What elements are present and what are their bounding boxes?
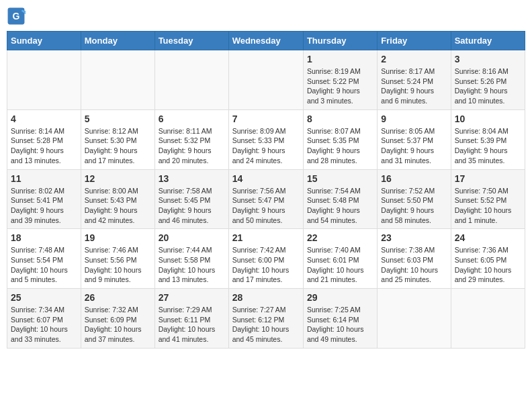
day-info: Sunrise: 7:32 AMSunset: 6:09 PMDaylight:… xyxy=(85,305,151,345)
calendar-cell: 16Sunrise: 7:52 AMSunset: 5:50 PMDayligh… xyxy=(378,169,451,229)
day-number: 13 xyxy=(159,173,225,184)
calendar-cell: 4Sunrise: 8:14 AMSunset: 5:28 PMDaylight… xyxy=(7,109,81,169)
day-info: Sunrise: 7:27 AMSunset: 6:12 PMDaylight:… xyxy=(232,305,300,345)
day-number: 8 xyxy=(307,113,373,124)
calendar-cell: 23Sunrise: 7:38 AMSunset: 6:03 PMDayligh… xyxy=(378,229,451,289)
header-monday: Monday xyxy=(81,32,154,50)
header-tuesday: Tuesday xyxy=(154,32,228,50)
week-row-3: 11Sunrise: 8:02 AMSunset: 5:41 PMDayligh… xyxy=(7,169,525,229)
day-number: 24 xyxy=(455,232,521,243)
calendar-cell: 29Sunrise: 7:25 AMSunset: 6:14 PMDayligh… xyxy=(303,289,377,349)
calendar-cell: 15Sunrise: 7:54 AMSunset: 5:48 PMDayligh… xyxy=(303,169,377,229)
header-wednesday: Wednesday xyxy=(228,32,303,50)
calendar-header: SundayMondayTuesdayWednesdayThursdayFrid… xyxy=(7,32,525,50)
calendar-cell: 27Sunrise: 7:29 AMSunset: 6:11 PMDayligh… xyxy=(154,289,228,349)
calendar-cell: 5Sunrise: 8:12 AMSunset: 5:30 PMDaylight… xyxy=(81,109,154,169)
calendar-cell: 8Sunrise: 8:07 AMSunset: 5:35 PMDaylight… xyxy=(303,109,377,169)
day-number: 21 xyxy=(232,232,300,243)
header-friday: Friday xyxy=(378,32,451,50)
page-header: G xyxy=(7,7,525,26)
day-info: Sunrise: 8:05 AMSunset: 5:37 PMDaylight:… xyxy=(381,126,447,166)
day-number: 23 xyxy=(381,232,447,243)
day-info: Sunrise: 8:00 AMSunset: 5:43 PMDaylight:… xyxy=(85,186,151,226)
day-number: 29 xyxy=(307,292,373,303)
calendar-cell xyxy=(451,289,525,349)
day-number: 3 xyxy=(455,54,521,64)
calendar-cell xyxy=(228,50,303,110)
header-saturday: Saturday xyxy=(451,32,525,50)
day-info: Sunrise: 7:25 AMSunset: 6:14 PMDaylight:… xyxy=(307,305,373,345)
header-thursday: Thursday xyxy=(303,32,377,50)
calendar-cell: 14Sunrise: 7:56 AMSunset: 5:47 PMDayligh… xyxy=(228,169,303,229)
day-info: Sunrise: 8:11 AMSunset: 5:32 PMDaylight:… xyxy=(159,126,225,166)
day-number: 9 xyxy=(381,113,447,124)
calendar-cell: 7Sunrise: 8:09 AMSunset: 5:33 PMDaylight… xyxy=(228,109,303,169)
logo: G xyxy=(7,7,28,26)
calendar-cell: 20Sunrise: 7:44 AMSunset: 5:58 PMDayligh… xyxy=(154,229,228,289)
day-number: 2 xyxy=(381,54,447,64)
day-number: 26 xyxy=(85,292,151,303)
calendar-cell xyxy=(7,50,81,110)
day-info: Sunrise: 7:56 AMSunset: 5:47 PMDaylight:… xyxy=(232,186,300,226)
day-info: Sunrise: 7:50 AMSunset: 5:52 PMDaylight:… xyxy=(455,186,521,226)
week-row-5: 25Sunrise: 7:34 AMSunset: 6:07 PMDayligh… xyxy=(7,289,525,349)
calendar-cell: 12Sunrise: 8:00 AMSunset: 5:43 PMDayligh… xyxy=(81,169,154,229)
calendar-cell: 26Sunrise: 7:32 AMSunset: 6:09 PMDayligh… xyxy=(81,289,154,349)
calendar-cell: 19Sunrise: 7:46 AMSunset: 5:56 PMDayligh… xyxy=(81,229,154,289)
day-info: Sunrise: 7:54 AMSunset: 5:48 PMDaylight:… xyxy=(307,186,373,226)
logo-icon: G xyxy=(7,7,26,26)
calendar-cell: 28Sunrise: 7:27 AMSunset: 6:12 PMDayligh… xyxy=(228,289,303,349)
day-info: Sunrise: 8:17 AMSunset: 5:24 PMDaylight:… xyxy=(381,66,447,106)
day-info: Sunrise: 8:09 AMSunset: 5:33 PMDaylight:… xyxy=(232,126,300,166)
day-info: Sunrise: 8:12 AMSunset: 5:30 PMDaylight:… xyxy=(85,126,151,166)
day-info: Sunrise: 7:29 AMSunset: 6:11 PMDaylight:… xyxy=(159,305,225,345)
calendar-cell: 3Sunrise: 8:16 AMSunset: 5:26 PMDaylight… xyxy=(451,50,525,110)
header-row: SundayMondayTuesdayWednesdayThursdayFrid… xyxy=(7,32,525,50)
day-number: 27 xyxy=(159,292,225,303)
day-number: 16 xyxy=(381,173,447,184)
calendar-cell: 9Sunrise: 8:05 AMSunset: 5:37 PMDaylight… xyxy=(378,109,451,169)
day-number: 4 xyxy=(11,113,77,124)
day-number: 6 xyxy=(159,113,225,124)
day-number: 20 xyxy=(159,232,225,243)
day-number: 25 xyxy=(11,292,77,303)
calendar-cell: 10Sunrise: 8:04 AMSunset: 5:39 PMDayligh… xyxy=(451,109,525,169)
day-info: Sunrise: 7:34 AMSunset: 6:07 PMDaylight:… xyxy=(11,305,77,345)
calendar-cell xyxy=(81,50,154,110)
svg-text:G: G xyxy=(13,11,20,21)
week-row-1: 1Sunrise: 8:19 AMSunset: 5:22 PMDaylight… xyxy=(7,50,525,110)
calendar-cell: 1Sunrise: 8:19 AMSunset: 5:22 PMDaylight… xyxy=(303,50,377,110)
calendar-cell: 18Sunrise: 7:48 AMSunset: 5:54 PMDayligh… xyxy=(7,229,81,289)
header-sunday: Sunday xyxy=(7,32,81,50)
calendar-cell: 6Sunrise: 8:11 AMSunset: 5:32 PMDaylight… xyxy=(154,109,228,169)
day-info: Sunrise: 7:38 AMSunset: 6:03 PMDaylight:… xyxy=(381,245,447,285)
day-number: 10 xyxy=(455,113,521,124)
calendar-cell: 25Sunrise: 7:34 AMSunset: 6:07 PMDayligh… xyxy=(7,289,81,349)
day-number: 11 xyxy=(11,173,77,184)
day-info: Sunrise: 8:16 AMSunset: 5:26 PMDaylight:… xyxy=(455,66,521,106)
calendar-cell: 17Sunrise: 7:50 AMSunset: 5:52 PMDayligh… xyxy=(451,169,525,229)
day-info: Sunrise: 7:36 AMSunset: 6:05 PMDaylight:… xyxy=(455,245,521,285)
day-info: Sunrise: 8:19 AMSunset: 5:22 PMDaylight:… xyxy=(307,66,373,106)
day-info: Sunrise: 7:48 AMSunset: 5:54 PMDaylight:… xyxy=(11,245,77,285)
calendar-cell: 2Sunrise: 8:17 AMSunset: 5:24 PMDaylight… xyxy=(378,50,451,110)
day-number: 22 xyxy=(307,232,373,243)
day-number: 19 xyxy=(85,232,151,243)
day-number: 5 xyxy=(85,113,151,124)
week-row-2: 4Sunrise: 8:14 AMSunset: 5:28 PMDaylight… xyxy=(7,109,525,169)
day-info: Sunrise: 7:58 AMSunset: 5:45 PMDaylight:… xyxy=(159,186,225,226)
day-info: Sunrise: 7:52 AMSunset: 5:50 PMDaylight:… xyxy=(381,186,447,226)
day-info: Sunrise: 7:46 AMSunset: 5:56 PMDaylight:… xyxy=(85,245,151,285)
calendar-table: SundayMondayTuesdayWednesdayThursdayFrid… xyxy=(7,31,525,349)
day-number: 12 xyxy=(85,173,151,184)
calendar-cell xyxy=(378,289,451,349)
day-info: Sunrise: 8:14 AMSunset: 5:28 PMDaylight:… xyxy=(11,126,77,166)
calendar-cell xyxy=(154,50,228,110)
day-number: 28 xyxy=(232,292,300,303)
day-number: 7 xyxy=(232,113,300,124)
day-number: 1 xyxy=(307,54,373,64)
day-info: Sunrise: 7:44 AMSunset: 5:58 PMDaylight:… xyxy=(159,245,225,285)
day-number: 15 xyxy=(307,173,373,184)
day-info: Sunrise: 8:02 AMSunset: 5:41 PMDaylight:… xyxy=(11,186,77,226)
calendar-cell: 21Sunrise: 7:42 AMSunset: 6:00 PMDayligh… xyxy=(228,229,303,289)
